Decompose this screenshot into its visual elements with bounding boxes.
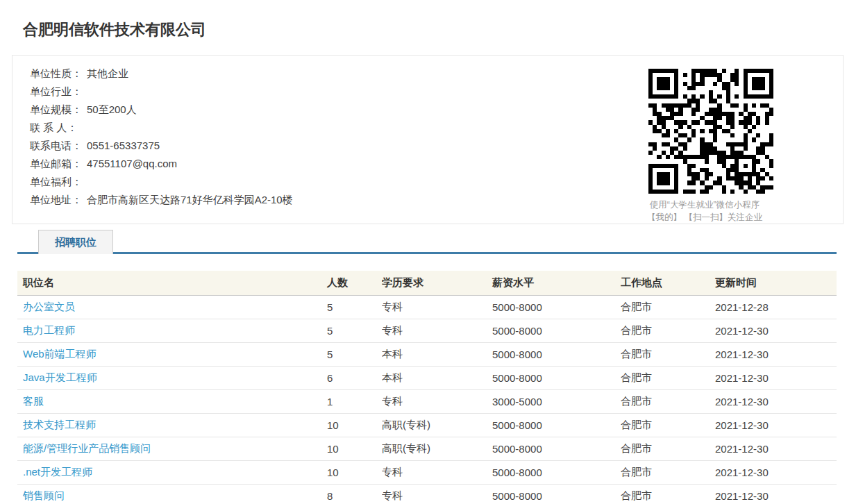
qr-caption-line2: 【我的】 【扫一扫】关注企业 — [641, 211, 768, 224]
jobs-table: 职位名 人数 学历要求 薪资水平 工作地点 更新时间 办公室文员 5 专科 50… — [17, 271, 837, 504]
field-label: 联 系 人： — [30, 121, 77, 133]
job-count-cell: 10 — [327, 460, 382, 484]
table-row: 办公室文员 5 专科 5000-8000 合肥市 2021-12-28 — [17, 295, 837, 319]
table-header-row: 职位名 人数 学历要求 薪资水平 工作地点 更新时间 — [17, 271, 837, 295]
job-title-link[interactable]: 技术支持工程师 — [23, 419, 96, 430]
table-row: Web前端工程师 5 本科 5000-8000 合肥市 2021-12-30 — [17, 342, 837, 366]
job-location-cell: 合肥市 — [621, 342, 715, 366]
table-row: 技术支持工程师 10 高职(专科) 5000-8000 合肥市 2021-12-… — [17, 413, 837, 437]
job-count-cell: 5 — [327, 295, 382, 319]
job-updated-cell: 2021-12-30 — [715, 484, 837, 504]
job-education-cell: 高职(专科) — [382, 437, 492, 460]
job-title-link[interactable]: 客服 — [23, 395, 44, 407]
job-updated-cell: 2021-12-30 — [715, 413, 837, 437]
field-label: 单位地址： — [30, 194, 82, 205]
job-education-cell: 专科 — [382, 319, 492, 342]
job-updated-cell: 2021-12-30 — [715, 460, 837, 484]
table-row: 销售顾问 8 专科 5000-8000 合肥市 2021-12-30 — [17, 484, 837, 504]
job-location-cell: 合肥市 — [621, 413, 715, 437]
job-title-link[interactable]: 办公室文员 — [23, 301, 75, 312]
column-header-education: 学历要求 — [382, 271, 492, 295]
job-education-cell: 高职(专科) — [382, 413, 492, 437]
field-value: 其他企业 — [87, 67, 128, 79]
field-value: 50至200人 — [87, 103, 137, 115]
table-row: 客服 1 专科 3000-5000 合肥市 2021-12-30 — [17, 389, 837, 413]
job-location-cell: 合肥市 — [621, 366, 715, 389]
tab-recruit-positions[interactable]: 招聘职位 — [38, 230, 113, 254]
company-info-panel: 单位性质：其他企业 单位行业： 单位规模：50至200人 联 系 人： 联系电话… — [12, 55, 844, 224]
job-title-link[interactable]: Web前端工程师 — [23, 348, 96, 360]
job-count-cell: 8 — [327, 484, 382, 504]
qr-caption-line1: 使用“大学生就业”微信小程序 — [641, 199, 768, 211]
job-count-cell: 6 — [327, 366, 382, 389]
job-updated-cell: 2021-12-30 — [715, 437, 837, 460]
column-header-location: 工作地点 — [621, 271, 715, 295]
table-row: .net开发工程师 10 专科 5000-8000 合肥市 2021-12-30 — [17, 460, 837, 484]
job-location-cell: 合肥市 — [621, 484, 715, 504]
job-education-cell: 专科 — [382, 389, 492, 413]
field-label: 联系电话： — [30, 140, 82, 151]
job-title-link[interactable]: 销售顾问 — [23, 489, 65, 501]
job-location-cell: 合肥市 — [621, 295, 715, 319]
job-location-cell: 合肥市 — [621, 460, 715, 484]
job-count-cell: 10 — [327, 413, 382, 437]
table-row: Java开发工程师 6 本科 5000-8000 合肥市 2021-12-30 — [17, 366, 837, 389]
field-value: 合肥市高新区天达路71好华亿科学园A2-10楼 — [87, 194, 293, 205]
job-education-cell: 本科 — [382, 342, 492, 366]
field-value: 0551-65337375 — [87, 140, 160, 151]
job-count-cell: 10 — [327, 437, 382, 460]
job-education-cell: 本科 — [382, 366, 492, 389]
job-salary-cell: 5000-8000 — [492, 484, 621, 504]
job-count-cell: 5 — [327, 319, 382, 342]
tab-strip: 招聘职位 — [17, 230, 837, 254]
qr-block: 使用“大学生就业”微信小程序 【我的】 【扫一扫】关注企业 — [648, 69, 774, 224]
column-header-count: 人数 — [327, 271, 382, 295]
job-location-cell: 合肥市 — [621, 319, 715, 342]
job-title-link[interactable]: Java开发工程师 — [23, 371, 97, 383]
job-updated-cell: 2021-12-30 — [715, 319, 837, 342]
field-label: 单位规模： — [30, 103, 82, 115]
job-updated-cell: 2021-12-30 — [715, 342, 837, 366]
job-salary-cell: 5000-8000 — [492, 413, 621, 437]
job-education-cell: 专科 — [382, 295, 492, 319]
job-salary-cell: 5000-8000 — [492, 319, 621, 342]
job-salary-cell: 5000-8000 — [492, 366, 621, 389]
job-title-link[interactable]: 电力工程师 — [23, 324, 75, 336]
job-location-cell: 合肥市 — [621, 437, 715, 460]
job-title-link[interactable]: 能源/管理行业产品销售顾问 — [23, 442, 151, 454]
job-count-cell: 5 — [327, 342, 382, 366]
table-row: 电力工程师 5 专科 5000-8000 合肥市 2021-12-30 — [17, 319, 837, 342]
page-title: 合肥明信软件技术有限公司 — [23, 19, 856, 40]
job-education-cell: 专科 — [382, 460, 492, 484]
job-updated-cell: 2021-12-30 — [715, 366, 837, 389]
field-value: 47551107@qq.com — [87, 158, 177, 169]
field-label: 单位行业： — [30, 85, 82, 97]
job-updated-cell: 2021-12-28 — [715, 295, 837, 319]
column-header-position: 职位名 — [17, 271, 327, 295]
qr-code-icon — [648, 69, 773, 194]
job-education-cell: 专科 — [382, 484, 492, 504]
column-header-updated: 更新时间 — [715, 271, 837, 295]
field-label: 单位福利： — [30, 176, 82, 187]
table-row: 能源/管理行业产品销售顾问 10 高职(专科) 5000-8000 合肥市 20… — [17, 437, 837, 460]
job-salary-cell: 5000-8000 — [492, 295, 621, 319]
job-location-cell: 合肥市 — [621, 389, 715, 413]
job-salary-cell: 5000-8000 — [492, 437, 621, 460]
field-label: 单位性质： — [30, 67, 82, 79]
job-count-cell: 1 — [327, 389, 382, 413]
job-updated-cell: 2021-12-30 — [715, 389, 837, 413]
jobs-table-body: 办公室文员 5 专科 5000-8000 合肥市 2021-12-28 电力工程… — [17, 295, 837, 504]
job-salary-cell: 3000-5000 — [492, 389, 621, 413]
job-title-link[interactable]: .net开发工程师 — [23, 466, 92, 478]
job-salary-cell: 5000-8000 — [492, 342, 621, 366]
field-label: 单位邮箱： — [30, 158, 82, 169]
job-salary-cell: 5000-8000 — [492, 460, 621, 484]
column-header-salary: 薪资水平 — [492, 271, 621, 295]
